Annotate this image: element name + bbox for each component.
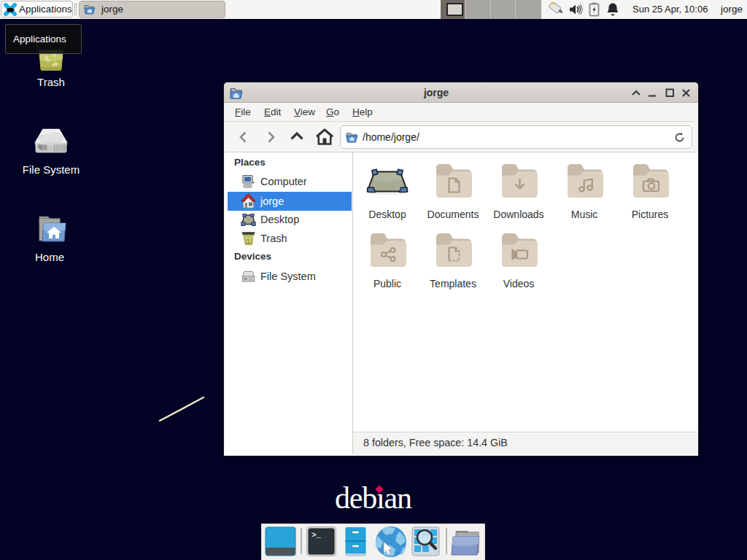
svg-text:>_: >_ (311, 531, 322, 540)
